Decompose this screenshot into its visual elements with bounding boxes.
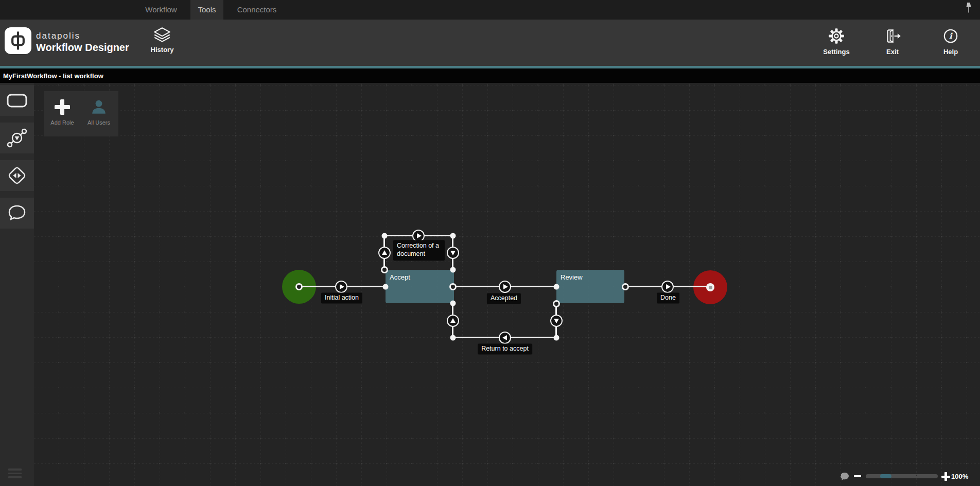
help-button[interactable]: i Help xyxy=(927,27,974,56)
transition-accepted-icon[interactable] xyxy=(499,281,511,293)
exit-button[interactable]: Exit xyxy=(869,27,916,56)
plus-icon xyxy=(54,98,71,116)
pin-icon[interactable] xyxy=(964,2,974,18)
svg-text:i: i xyxy=(949,31,953,41)
transition-initial-action-label[interactable]: Initial action xyxy=(321,292,362,303)
tab-workflow[interactable]: Workflow xyxy=(135,0,187,20)
help-info-icon: i xyxy=(941,27,960,45)
end-connector-point[interactable] xyxy=(706,283,714,291)
workflow-title: MyFirstWorkflow - list workflow xyxy=(3,72,103,80)
add-role-button[interactable]: Add Role xyxy=(44,98,80,126)
transition-correction-up-icon[interactable] xyxy=(378,247,391,259)
state-review[interactable]: Review xyxy=(556,270,624,303)
top-tab-bar: Workflow Tools Connectors xyxy=(0,0,980,20)
connector-end-point[interactable] xyxy=(383,284,389,290)
zoom-slider-thumb[interactable] xyxy=(880,474,891,478)
transition-return-icon[interactable] xyxy=(499,332,511,344)
sidebar-menu-button[interactable] xyxy=(8,468,22,478)
tab-connectors[interactable]: Connectors xyxy=(231,0,283,20)
transition-return-down-icon[interactable] xyxy=(550,315,563,327)
state-tool-icon xyxy=(6,89,28,112)
state-accept[interactable]: Accept xyxy=(386,270,454,303)
transition-tool-icon xyxy=(6,127,28,149)
connector-start-point[interactable] xyxy=(553,300,560,307)
transition-return-label[interactable]: Return to accept xyxy=(478,343,532,354)
comment-tool-icon xyxy=(6,202,28,224)
workflow-designer-app: Workflow Tools Connectors datapolis Work… xyxy=(0,0,980,486)
gateway-tool-icon xyxy=(6,164,28,187)
transition-correction-label[interactable]: Correction of a document xyxy=(393,240,445,261)
transition-done-icon[interactable] xyxy=(661,281,674,293)
toolbox-sidebar xyxy=(0,83,34,486)
transition-done-label[interactable]: Done xyxy=(657,292,679,303)
tab-tools[interactable]: Tools xyxy=(190,0,223,20)
history-label: History xyxy=(151,46,174,54)
user-icon xyxy=(90,98,108,116)
exit-label: Exit xyxy=(886,48,899,56)
transition-initial-action-icon[interactable] xyxy=(335,281,347,293)
line-corner-point[interactable] xyxy=(554,335,559,341)
transition-tool-button[interactable] xyxy=(0,123,34,153)
connector-start-point[interactable] xyxy=(295,283,303,290)
connector-end-point[interactable] xyxy=(554,284,559,290)
transition-correction-down-icon[interactable] xyxy=(447,247,459,259)
settings-label: Settings xyxy=(823,48,849,56)
line-corner-point[interactable] xyxy=(450,233,456,239)
history-layers-icon xyxy=(152,27,172,43)
state-tool-button[interactable] xyxy=(0,85,34,116)
app-header: datapolis Workflow Designer History xyxy=(0,20,980,66)
gear-icon xyxy=(827,27,846,45)
workflow-title-bar: MyFirstWorkflow - list workflow xyxy=(0,68,980,83)
state-accept-label: Accept xyxy=(390,273,410,281)
canvas-grid xyxy=(0,83,980,486)
add-role-label: Add Role xyxy=(50,119,74,126)
help-label: Help xyxy=(943,48,958,56)
connector-end-point[interactable] xyxy=(450,301,456,306)
all-users-label: All Users xyxy=(87,119,110,126)
history-button[interactable]: History xyxy=(139,27,185,54)
state-review-label: Review xyxy=(561,273,583,281)
line-corner-point[interactable] xyxy=(450,335,456,341)
comment-tool-button[interactable] xyxy=(0,198,34,229)
connector-start-point[interactable] xyxy=(449,283,457,290)
settings-button[interactable]: Settings xyxy=(813,27,860,56)
exit-door-icon xyxy=(883,27,902,45)
app-title: Workflow Designer xyxy=(36,42,129,54)
roles-panel: Add Role All Users xyxy=(44,91,118,136)
gateway-tool-button[interactable] xyxy=(0,160,34,191)
datapolis-logo-glyph xyxy=(8,30,28,51)
brand-name: datapolis xyxy=(36,31,80,41)
connector-start-point[interactable] xyxy=(622,283,629,290)
line-corner-point[interactable] xyxy=(382,233,388,239)
all-users-role[interactable]: All Users xyxy=(81,98,117,126)
connector-end-point[interactable] xyxy=(450,267,456,273)
connector-start-point[interactable] xyxy=(381,266,388,273)
transition-accepted-label[interactable]: Accepted xyxy=(487,293,521,304)
transition-return-up-icon[interactable] xyxy=(447,315,459,327)
datapolis-logo xyxy=(5,27,31,54)
